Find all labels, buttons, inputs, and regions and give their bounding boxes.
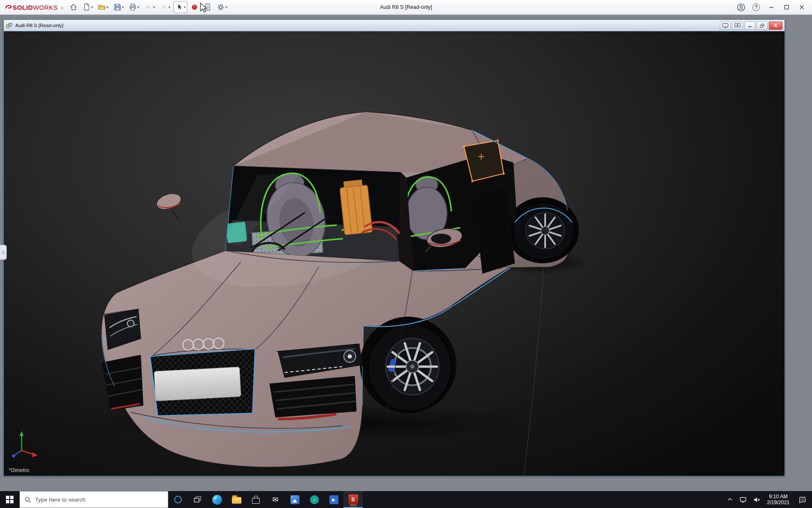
dropdown-arrow-icon[interactable]: ▾ [107, 6, 109, 9]
dropdown-arrow-icon[interactable]: ▾ [153, 6, 155, 9]
solidworks-app-icon: S [348, 494, 358, 504]
help-button[interactable]: ? [749, 0, 764, 14]
save-icon [113, 3, 122, 11]
dropdown-arrow-icon[interactable]: ▾ [137, 6, 140, 9]
print-button[interactable]: ▾ [127, 1, 141, 13]
edge-icon [212, 495, 222, 505]
mdi-background: Audi R8 S [Read-only] [0, 15, 812, 491]
taskbar-app-movies[interactable]: ▶ [324, 491, 343, 508]
tray-hidden-icons-button[interactable] [724, 491, 736, 508]
doc-minimize-button[interactable] [744, 22, 755, 30]
select-cursor-icon [175, 3, 184, 11]
display-icon [739, 496, 747, 503]
gear-icon [217, 3, 225, 11]
select-tool-button[interactable]: ▾ [173, 1, 188, 13]
reference-curve [524, 267, 543, 476]
taskbar-app-solidworks[interactable]: S 2021 [343, 491, 363, 508]
bumper-intake-left [102, 355, 143, 411]
z-axis-dot [12, 455, 15, 458]
rebuild-button[interactable] [189, 1, 200, 13]
document-window: Audi R8 S [Read-only] [3, 19, 785, 476]
redo-button[interactable]: ▾ [158, 1, 172, 13]
taskbar-app-file-explorer[interactable] [227, 491, 246, 508]
doc-restore-button[interactable] [757, 22, 768, 30]
car-model[interactable] [102, 112, 579, 467]
cortana-icon [174, 496, 182, 503]
action-center-icon [798, 496, 807, 504]
action-center-button[interactable] [793, 491, 811, 508]
maximize-button[interactable] [779, 0, 794, 14]
file-properties-button[interactable] [202, 1, 214, 13]
orange-box [339, 179, 373, 235]
undo-icon [144, 3, 153, 11]
photos-icon [291, 495, 299, 504]
orientation-triad[interactable] [12, 431, 38, 458]
taskbar-app-photos[interactable] [285, 491, 304, 508]
task-view-icon [193, 496, 202, 503]
user-account-button[interactable] [733, 0, 749, 14]
search-input[interactable] [35, 497, 163, 503]
task-pane-tab[interactable] [0, 245, 7, 260]
minimize-icon [747, 23, 753, 28]
music-icon: ♪ [310, 495, 319, 504]
close-button[interactable] [794, 0, 809, 14]
minimize-icon [768, 3, 775, 11]
brand-flyout-arrow[interactable]: › [61, 4, 63, 11]
redo-icon [159, 3, 168, 11]
dropdown-arrow-icon[interactable]: ▾ [225, 6, 228, 9]
app-window-title: Audi R8 S [Read-only] [380, 4, 432, 10]
start-button[interactable] [0, 491, 19, 508]
solidworks-logo: SOLIDWORKS [4, 3, 58, 11]
document-part-icon [6, 22, 13, 29]
new-document-icon [82, 3, 91, 11]
mirror-left [154, 191, 183, 218]
home-icon [69, 3, 78, 11]
taskbar-app-mail[interactable]: ✉ [266, 491, 285, 508]
solidworks-mark-icon [4, 3, 13, 11]
user-account-icon [737, 3, 746, 12]
dropdown-arrow-icon[interactable]: ▾ [184, 6, 186, 9]
dropdown-arrow-icon[interactable]: ▾ [168, 6, 170, 9]
brand-text-bold: SOLID [13, 4, 33, 11]
system-tray: 9:10 AM 2/19/2021 [724, 491, 812, 508]
restore-icon [760, 24, 764, 28]
undo-button[interactable]: ▾ [143, 1, 157, 13]
taskbar-app-groove[interactable]: ♪ [304, 491, 324, 508]
home-button[interactable] [68, 1, 80, 13]
dropdown-arrow-icon[interactable]: ▾ [122, 6, 124, 9]
task-view-button[interactable] [188, 491, 207, 508]
tray-clock[interactable]: 9:10 AM 2/19/2021 [763, 494, 793, 506]
options-button[interactable]: ▾ [215, 1, 229, 13]
save-button[interactable]: ▾ [112, 1, 126, 13]
app-titlebar[interactable]: SOLIDWORKS › ▾ ▾ ▾ ▾ [0, 0, 812, 15]
document-titlebar[interactable]: Audi R8 S [Read-only] [4, 20, 785, 31]
tray-display-button[interactable] [736, 491, 750, 508]
mail-icon: ✉ [272, 496, 278, 503]
doc-preview-window-2-button[interactable] [732, 22, 743, 30]
new-document-button[interactable]: ▾ [81, 1, 95, 13]
solidworks-year-badge: 2021 [343, 504, 363, 507]
document-title: Audi R8 S [Read-only] [15, 23, 63, 28]
windows-logo-icon [6, 496, 14, 503]
quick-access-toolbar: ▾ ▾ ▾ ▾ ▾ ▾ ▾ [68, 1, 229, 13]
viewport-3d[interactable]: *Dimetric [4, 31, 785, 476]
preview-window-icon [722, 23, 729, 28]
taskbar-app-store[interactable] [246, 491, 266, 508]
doc-close-button[interactable] [769, 22, 782, 30]
dropdown-arrow-icon[interactable]: ▾ [91, 6, 93, 9]
search-icon [25, 496, 31, 503]
doc-preview-window-1-button[interactable] [720, 22, 731, 30]
taskbar-search[interactable] [19, 491, 168, 508]
help-icon: ? [752, 3, 760, 11]
cortana-button[interactable] [168, 491, 188, 508]
store-icon [252, 498, 260, 504]
play-icon: ▶ [329, 495, 338, 504]
3d-scene [4, 31, 785, 476]
open-button[interactable]: ▾ [96, 1, 110, 13]
preview-window-icon [734, 23, 741, 28]
taskbar-app-edge[interactable] [207, 491, 227, 508]
pane-tab-dot-icon [2, 251, 5, 254]
chevron-up-icon [727, 496, 733, 503]
minimize-button[interactable] [764, 0, 779, 14]
tray-volume-button[interactable] [750, 491, 763, 508]
